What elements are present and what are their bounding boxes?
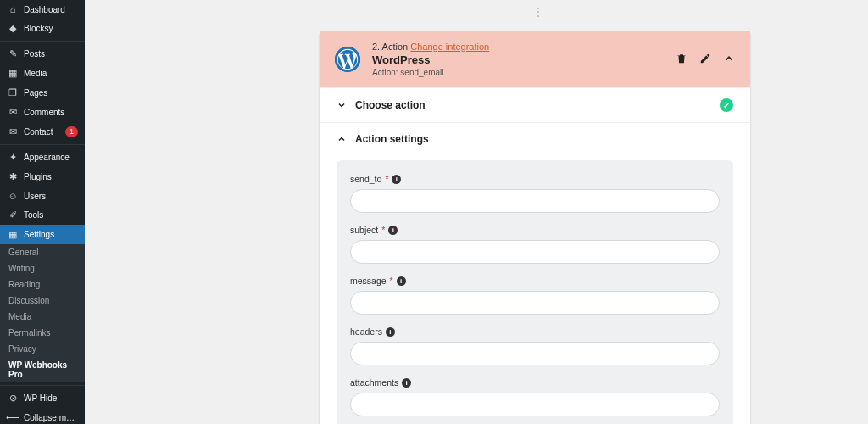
step-number: 2. Action <box>372 42 408 52</box>
sidebar-subitem-discussion[interactable]: Discussion <box>0 293 85 309</box>
info-icon[interactable]: i <box>397 276 406 286</box>
sidebar-item-comments[interactable]: ✉ Comments <box>0 103 85 122</box>
sidebar-item-label: Comments <box>24 108 78 117</box>
sidebar-item-label: Pages <box>24 88 78 98</box>
info-icon[interactable]: i <box>386 327 395 337</box>
headers-input[interactable] <box>350 342 720 365</box>
collapse-icon: ⟵ <box>7 412 19 423</box>
settings-body: send_to* i subject* i message* i headers… <box>320 155 750 424</box>
sidebar-subitem-permalinks[interactable]: Permalinks <box>0 325 85 341</box>
sidebar-subitem-general[interactable]: General <box>0 244 85 260</box>
admin-sidebar: ⌂ Dashboard ◆ Blocksy ✎ Posts ▦ Media ❐ … <box>0 0 85 424</box>
sidebar-item-label: Tools <box>24 210 78 220</box>
section-title: Choose action <box>355 99 426 111</box>
comments-icon: ✉ <box>7 107 19 118</box>
sidebar-item-blocksy[interactable]: ◆ Blocksy <box>0 19 85 38</box>
sidebar-item-wp-hide[interactable]: ⊘ WP Hide <box>0 388 85 408</box>
sidebar-subitem-media[interactable]: Media <box>0 309 85 325</box>
tools-icon: ✐ <box>7 209 19 220</box>
card-header: 2. Action Change integration WordPress A… <box>320 31 750 87</box>
dashboard-icon: ⌂ <box>7 4 19 14</box>
card-header-text: 2. Action Change integration WordPress A… <box>372 42 664 77</box>
sidebar-item-label: Posts <box>24 49 78 59</box>
wp-hide-icon: ⊘ <box>7 393 19 404</box>
field-label: subject* i <box>350 225 720 235</box>
attachments-input[interactable] <box>350 393 720 416</box>
chevron-up-icon <box>337 134 347 144</box>
sidebar-separator <box>0 41 85 42</box>
card-actions <box>676 53 735 67</box>
sidebar-separator <box>0 385 85 386</box>
sidebar-item-plugins[interactable]: ✱ Plugins <box>0 167 85 187</box>
plugins-icon: ✱ <box>7 171 19 182</box>
action-card: 2. Action Change integration WordPress A… <box>319 31 751 424</box>
integration-title: WordPress <box>372 53 664 66</box>
field-headers: headers i <box>350 326 720 365</box>
field-label: attachments i <box>350 377 720 388</box>
blocksy-icon: ◆ <box>7 23 19 34</box>
action-settings-section[interactable]: Action settings <box>320 122 750 155</box>
contact-icon: ✉ <box>7 126 19 137</box>
edit-icon[interactable] <box>699 53 711 67</box>
notification-badge: 1 <box>65 126 78 137</box>
message-input[interactable] <box>350 291 720 315</box>
field-label: message* i <box>350 276 720 286</box>
action-subtitle: Action: send_email <box>372 68 664 77</box>
sidebar-separator <box>0 144 85 145</box>
subject-input[interactable] <box>350 240 720 264</box>
info-icon[interactable]: i <box>392 175 401 184</box>
sidebar-item-users[interactable]: ☺ Users <box>0 187 85 205</box>
sidebar-item-label: Plugins <box>24 172 78 181</box>
info-icon[interactable]: i <box>388 226 398 235</box>
sidebar-subitem-reading[interactable]: Reading <box>0 276 85 293</box>
chevron-down-icon <box>337 100 347 110</box>
settings-fields: send_to* i subject* i message* i headers… <box>337 160 733 424</box>
send_to-input[interactable] <box>350 189 720 213</box>
posts-icon: ✎ <box>7 48 19 59</box>
change-integration-link[interactable]: Change integration <box>410 42 489 52</box>
field-attachments: attachments i <box>350 377 720 416</box>
sidebar-item-label: Users <box>24 192 78 201</box>
delete-icon[interactable] <box>676 53 687 67</box>
media-icon: ▦ <box>7 68 19 79</box>
field-label: headers i <box>350 326 720 337</box>
field-message: message* i <box>350 276 720 315</box>
sidebar-item-label: WP Hide <box>24 393 78 403</box>
collapse-label: Collapse menu <box>24 413 78 422</box>
field-subject: subject* i <box>350 225 720 264</box>
sidebar-item-tools[interactable]: ✐ Tools <box>0 205 85 225</box>
field-label: send_to* i <box>350 174 720 184</box>
check-icon: ✓ <box>720 98 733 112</box>
sidebar-item-posts[interactable]: ✎ Posts <box>0 44 85 64</box>
collapse-card-icon[interactable] <box>723 53 735 67</box>
sidebar-subitem-writing[interactable]: Writing <box>0 260 85 276</box>
settings-icon: ▦ <box>7 229 19 240</box>
users-icon: ☺ <box>7 191 19 201</box>
appearance-icon: ✦ <box>7 152 19 163</box>
info-icon[interactable]: i <box>402 378 411 388</box>
content-area: ⋮ 2. Action Change integration WordPress… <box>85 0 868 424</box>
sidebar-item-contact[interactable]: ✉ Contact 1 <box>0 122 85 142</box>
sidebar-item-pages[interactable]: ❐ Pages <box>0 83 85 103</box>
sidebar-submenu: GeneralWritingReadingDiscussionMediaPerm… <box>0 244 85 382</box>
sidebar-item-dashboard[interactable]: ⌂ Dashboard <box>0 0 85 19</box>
wordpress-logo-icon <box>335 47 360 72</box>
sidebar-item-appearance[interactable]: ✦ Appearance <box>0 148 85 167</box>
choose-action-section[interactable]: Choose action ✓ <box>320 87 750 122</box>
drag-handle-icon[interactable]: ⋮ <box>532 5 545 19</box>
sidebar-item-label: Blocksy <box>24 24 78 33</box>
sidebar-item-label: Settings <box>24 230 78 239</box>
sidebar-item-label: Contact <box>24 127 60 137</box>
pages-icon: ❐ <box>7 87 19 98</box>
collapse-menu[interactable]: ⟵ Collapse menu <box>0 408 85 424</box>
sidebar-item-settings[interactable]: ▦ Settings <box>0 225 85 244</box>
sidebar-item-media[interactable]: ▦ Media <box>0 64 85 83</box>
sidebar-item-label: Appearance <box>24 153 78 162</box>
section-title: Action settings <box>355 133 429 145</box>
sidebar-item-label: Media <box>24 69 78 78</box>
field-send_to: send_to* i <box>350 174 720 213</box>
sidebar-item-label: Dashboard <box>24 5 78 14</box>
step-label: 2. Action Change integration <box>372 42 664 52</box>
sidebar-subitem-privacy[interactable]: Privacy <box>0 341 85 357</box>
sidebar-subitem-wp-webhooks-pro[interactable]: WP Webhooks Pro <box>0 357 85 382</box>
